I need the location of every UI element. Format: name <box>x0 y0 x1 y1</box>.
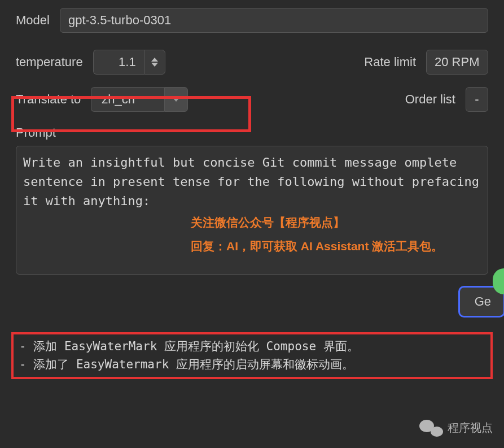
watermark-text: 程序视点 <box>448 420 493 436</box>
translate-to-label: Translate to <box>16 92 81 107</box>
model-value: gpt-3.5-turbo-0301 <box>68 13 171 28</box>
temperature-down-icon[interactable] <box>151 63 158 67</box>
model-select[interactable]: gpt-3.5-turbo-0301 <box>60 8 488 33</box>
temperature-input[interactable]: 1.1 <box>93 50 144 75</box>
overlay-text-line2: 回复：AI，即可获取 AI Assistant 激活工具包。 <box>191 238 443 254</box>
temperature-spinner[interactable]: 1.1 <box>93 50 165 75</box>
wechat-icon <box>418 417 443 438</box>
temperature-label: temperature <box>16 55 83 69</box>
rate-limit-label: Rate limit <box>364 55 416 69</box>
overlay-text-line1: 关注微信公众号【程序视点】 <box>191 215 345 230</box>
chevron-down-icon <box>173 98 179 102</box>
wechat-watermark: 程序视点 <box>418 417 493 438</box>
output-highlight-box: - 添加 EasyWaterMark 应用程序的初始化 Compose 界面。 … <box>11 332 493 379</box>
temperature-up-icon[interactable] <box>151 58 158 62</box>
output-line: - 添加了 EasyWatermark 应用程序的启动屏幕和徽标动画。 <box>19 356 485 374</box>
prompt-label: Prompt <box>16 125 488 140</box>
order-list-field[interactable]: - <box>466 87 488 112</box>
prompt-textarea[interactable]: Write an insightful but concise Git comm… <box>16 146 488 275</box>
model-label: Model <box>16 13 50 28</box>
output-line: - 添加 EasyWaterMark 应用程序的初始化 Compose 界面。 <box>19 338 485 356</box>
translate-to-value: zh_cn <box>91 87 164 112</box>
rate-limit-field[interactable]: 20 RPM <box>426 50 488 75</box>
translate-to-dropdown-button[interactable] <box>164 87 188 112</box>
order-list-label: Order list <box>405 92 455 107</box>
translate-to-dropdown[interactable]: zh_cn <box>91 87 188 112</box>
